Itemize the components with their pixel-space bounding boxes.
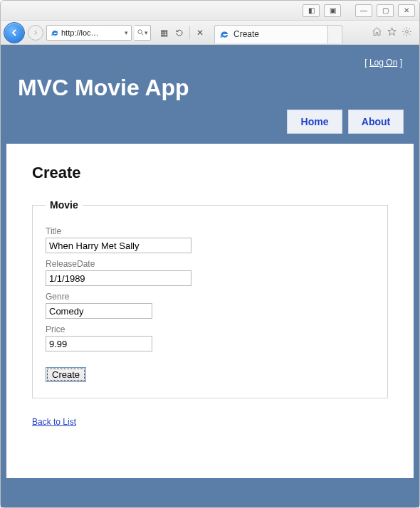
logon-bracket-close: ] [400, 58, 402, 68]
nav-forward-button [28, 25, 43, 41]
nav-tab-about[interactable]: About [348, 110, 404, 134]
search-provider-dropdown-icon[interactable]: ▾ [135, 25, 151, 41]
search-icon [137, 28, 145, 36]
svg-line-1 [142, 33, 143, 35]
page-title: Create [32, 164, 388, 182]
browser-navbar: http://loc… ▾ ▾ ▦ ✕ Create [1, 21, 419, 45]
input-price[interactable] [46, 336, 152, 351]
site-wrapper: [ Log On ] MVC Movie App Home About Crea… [1, 45, 419, 507]
ie-favicon-icon [50, 28, 60, 38]
nav-tab-home[interactable]: Home [287, 110, 342, 134]
nav-back-button[interactable] [4, 22, 25, 43]
svg-point-2 [406, 30, 409, 33]
window-maximize-button[interactable]: ▢ [377, 4, 394, 17]
address-bar[interactable]: http://loc… ▾ [46, 25, 132, 41]
browser-tab[interactable]: Create [214, 25, 328, 43]
input-genre[interactable] [46, 303, 152, 319]
main-nav: Home About [14, 110, 406, 134]
label-price: Price [46, 324, 374, 334]
address-text: http://loc… [60, 28, 123, 37]
logon-area: [ Log On ] [14, 55, 406, 75]
refresh-button[interactable] [172, 26, 187, 40]
window-titlebar: ◧ ▣ ― ▢ ✕ [1, 1, 419, 21]
logon-link[interactable]: Log On [369, 58, 397, 68]
back-to-list-link[interactable]: Back to List [32, 417, 76, 427]
address-dropdown-icon[interactable]: ▾ [123, 29, 130, 36]
ie-page-favicon-icon [219, 29, 229, 39]
refresh-icon [175, 28, 184, 37]
tab-title: Create [233, 29, 259, 39]
browser-window: ◧ ▣ ― ▢ ✕ http://loc… ▾ ▾ ▦ [0, 0, 420, 508]
tools-icon[interactable] [401, 26, 412, 39]
site-brand: MVC Movie App [14, 75, 406, 110]
favorites-icon[interactable] [387, 26, 397, 39]
input-title[interactable] [46, 238, 191, 253]
arrow-right-icon [32, 29, 39, 36]
logon-bracket-open: [ [364, 58, 369, 68]
label-genre: Genre [46, 292, 374, 302]
compat-view-icon[interactable]: ▦ [157, 26, 171, 40]
home-icon[interactable] [372, 26, 382, 39]
svg-point-0 [138, 30, 142, 34]
window-split-right-icon[interactable]: ▣ [324, 4, 341, 17]
create-button[interactable]: Create [46, 367, 86, 382]
site-header: [ Log On ] MVC Movie App Home About [6, 51, 414, 138]
content-area: Create Movie Title ReleaseDate Genre [6, 144, 414, 478]
fieldset-legend: Movie [46, 199, 83, 211]
new-tab-button[interactable] [328, 25, 342, 43]
window-close-button[interactable]: ✕ [398, 4, 415, 17]
page-viewport: [ Log On ] MVC Movie App Home About Crea… [1, 45, 419, 507]
label-release-date: ReleaseDate [46, 259, 374, 269]
input-release-date[interactable] [46, 270, 191, 286]
movie-fieldset: Movie Title ReleaseDate Genre Pr [32, 199, 388, 398]
nav-separator [189, 26, 190, 39]
stop-button[interactable]: ✕ [193, 26, 207, 40]
tab-strip: Create [214, 25, 364, 43]
window-split-left-icon[interactable]: ◧ [303, 4, 320, 17]
label-title: Title [46, 226, 374, 236]
arrow-left-icon [9, 27, 20, 38]
window-minimize-button[interactable]: ― [355, 4, 372, 17]
